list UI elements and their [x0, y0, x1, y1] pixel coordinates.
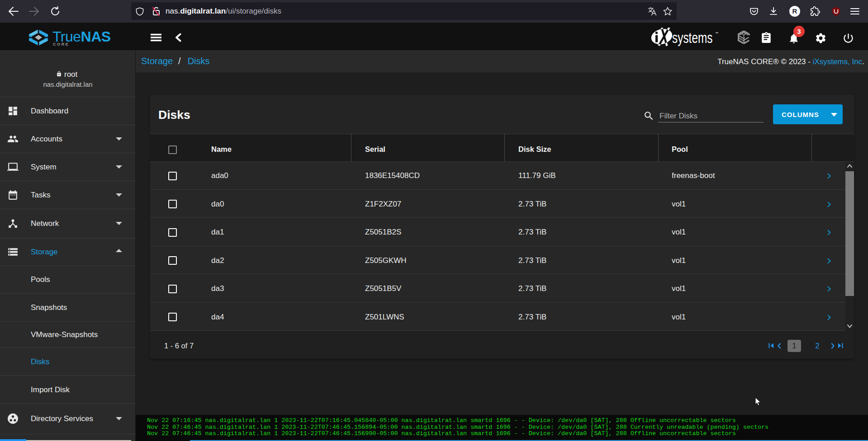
- svg-text:systems: systems: [672, 29, 713, 46]
- svg-text:™: ™: [715, 32, 718, 35]
